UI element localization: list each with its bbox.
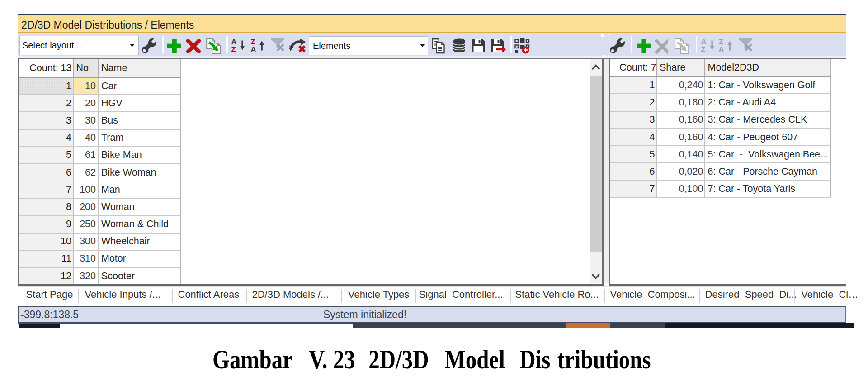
svg-text:A: A — [719, 45, 724, 53]
svg-text:Z: Z — [719, 38, 723, 46]
svg-text:Z: Z — [231, 45, 236, 53]
svg-text:A: A — [701, 38, 707, 46]
svg-text:Z: Z — [251, 38, 255, 46]
svg-text:A: A — [231, 38, 237, 46]
svg-text:A: A — [251, 45, 256, 53]
svg-text:Z: Z — [701, 45, 706, 53]
